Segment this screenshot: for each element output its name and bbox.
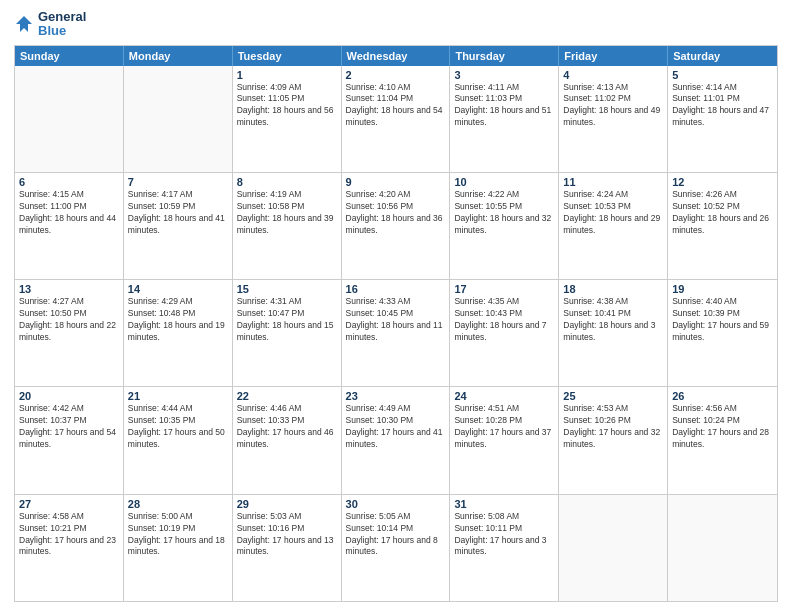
day-number: 29 (237, 498, 337, 510)
day-number: 2 (346, 69, 446, 81)
day-number: 16 (346, 283, 446, 295)
calendar-cell: 11Sunrise: 4:24 AM Sunset: 10:53 PM Dayl… (559, 173, 668, 279)
calendar-body: 1Sunrise: 4:09 AM Sunset: 11:05 PM Dayli… (15, 66, 777, 601)
calendar-cell: 6Sunrise: 4:15 AM Sunset: 11:00 PM Dayli… (15, 173, 124, 279)
day-number: 4 (563, 69, 663, 81)
calendar-cell: 17Sunrise: 4:35 AM Sunset: 10:43 PM Dayl… (450, 280, 559, 386)
logo-name-blue: Blue (38, 24, 86, 38)
day-number: 24 (454, 390, 554, 402)
calendar-cell: 9Sunrise: 4:20 AM Sunset: 10:56 PM Dayli… (342, 173, 451, 279)
day-info: Sunrise: 4:38 AM Sunset: 10:41 PM Daylig… (563, 296, 663, 344)
calendar-cell (559, 495, 668, 601)
day-number: 27 (19, 498, 119, 510)
page: General Blue SundayMondayTuesdayWednesda… (0, 0, 792, 612)
weekday-header-saturday: Saturday (668, 46, 777, 66)
calendar-week-3: 13Sunrise: 4:27 AM Sunset: 10:50 PM Dayl… (15, 279, 777, 386)
logo-name-general: General (38, 10, 86, 24)
calendar-cell: 10Sunrise: 4:22 AM Sunset: 10:55 PM Dayl… (450, 173, 559, 279)
day-info: Sunrise: 4:22 AM Sunset: 10:55 PM Daylig… (454, 189, 554, 237)
day-info: Sunrise: 4:42 AM Sunset: 10:37 PM Daylig… (19, 403, 119, 451)
calendar-cell: 12Sunrise: 4:26 AM Sunset: 10:52 PM Dayl… (668, 173, 777, 279)
day-number: 18 (563, 283, 663, 295)
calendar-cell: 4Sunrise: 4:13 AM Sunset: 11:02 PM Dayli… (559, 66, 668, 172)
calendar-cell: 14Sunrise: 4:29 AM Sunset: 10:48 PM Dayl… (124, 280, 233, 386)
weekday-header-thursday: Thursday (450, 46, 559, 66)
calendar-cell: 24Sunrise: 4:51 AM Sunset: 10:28 PM Dayl… (450, 387, 559, 493)
day-number: 20 (19, 390, 119, 402)
day-number: 17 (454, 283, 554, 295)
calendar-cell: 1Sunrise: 4:09 AM Sunset: 11:05 PM Dayli… (233, 66, 342, 172)
calendar-cell (124, 66, 233, 172)
day-info: Sunrise: 4:19 AM Sunset: 10:58 PM Daylig… (237, 189, 337, 237)
calendar-cell (668, 495, 777, 601)
calendar-cell: 23Sunrise: 4:49 AM Sunset: 10:30 PM Dayl… (342, 387, 451, 493)
calendar-week-4: 20Sunrise: 4:42 AM Sunset: 10:37 PM Dayl… (15, 386, 777, 493)
calendar-cell (15, 66, 124, 172)
calendar-cell: 30Sunrise: 5:05 AM Sunset: 10:14 PM Dayl… (342, 495, 451, 601)
day-info: Sunrise: 4:15 AM Sunset: 11:00 PM Daylig… (19, 189, 119, 237)
calendar-cell: 7Sunrise: 4:17 AM Sunset: 10:59 PM Dayli… (124, 173, 233, 279)
calendar-cell: 31Sunrise: 5:08 AM Sunset: 10:11 PM Dayl… (450, 495, 559, 601)
day-info: Sunrise: 4:20 AM Sunset: 10:56 PM Daylig… (346, 189, 446, 237)
day-number: 3 (454, 69, 554, 81)
day-number: 5 (672, 69, 773, 81)
day-info: Sunrise: 4:40 AM Sunset: 10:39 PM Daylig… (672, 296, 773, 344)
calendar-header: SundayMondayTuesdayWednesdayThursdayFrid… (15, 46, 777, 66)
logo-bird-icon (14, 14, 34, 34)
svg-marker-0 (16, 16, 32, 32)
day-number: 8 (237, 176, 337, 188)
day-number: 21 (128, 390, 228, 402)
day-info: Sunrise: 5:00 AM Sunset: 10:19 PM Daylig… (128, 511, 228, 559)
day-number: 12 (672, 176, 773, 188)
day-number: 15 (237, 283, 337, 295)
day-number: 25 (563, 390, 663, 402)
weekday-header-monday: Monday (124, 46, 233, 66)
calendar-cell: 18Sunrise: 4:38 AM Sunset: 10:41 PM Dayl… (559, 280, 668, 386)
day-info: Sunrise: 4:46 AM Sunset: 10:33 PM Daylig… (237, 403, 337, 451)
day-info: Sunrise: 4:10 AM Sunset: 11:04 PM Daylig… (346, 82, 446, 130)
day-info: Sunrise: 5:05 AM Sunset: 10:14 PM Daylig… (346, 511, 446, 559)
day-info: Sunrise: 4:51 AM Sunset: 10:28 PM Daylig… (454, 403, 554, 451)
weekday-header-sunday: Sunday (15, 46, 124, 66)
day-info: Sunrise: 4:17 AM Sunset: 10:59 PM Daylig… (128, 189, 228, 237)
day-info: Sunrise: 4:14 AM Sunset: 11:01 PM Daylig… (672, 82, 773, 130)
day-info: Sunrise: 4:09 AM Sunset: 11:05 PM Daylig… (237, 82, 337, 130)
day-info: Sunrise: 4:13 AM Sunset: 11:02 PM Daylig… (563, 82, 663, 130)
day-number: 10 (454, 176, 554, 188)
weekday-header-friday: Friday (559, 46, 668, 66)
day-number: 30 (346, 498, 446, 510)
calendar-cell: 19Sunrise: 4:40 AM Sunset: 10:39 PM Dayl… (668, 280, 777, 386)
calendar-cell: 13Sunrise: 4:27 AM Sunset: 10:50 PM Dayl… (15, 280, 124, 386)
calendar-cell: 22Sunrise: 4:46 AM Sunset: 10:33 PM Dayl… (233, 387, 342, 493)
day-info: Sunrise: 5:03 AM Sunset: 10:16 PM Daylig… (237, 511, 337, 559)
day-info: Sunrise: 4:49 AM Sunset: 10:30 PM Daylig… (346, 403, 446, 451)
calendar-week-1: 1Sunrise: 4:09 AM Sunset: 11:05 PM Dayli… (15, 66, 777, 172)
day-info: Sunrise: 4:56 AM Sunset: 10:24 PM Daylig… (672, 403, 773, 451)
day-info: Sunrise: 4:26 AM Sunset: 10:52 PM Daylig… (672, 189, 773, 237)
calendar-cell: 15Sunrise: 4:31 AM Sunset: 10:47 PM Dayl… (233, 280, 342, 386)
day-info: Sunrise: 4:11 AM Sunset: 11:03 PM Daylig… (454, 82, 554, 130)
day-number: 6 (19, 176, 119, 188)
header: General Blue (14, 10, 778, 39)
calendar-cell: 21Sunrise: 4:44 AM Sunset: 10:35 PM Dayl… (124, 387, 233, 493)
calendar: SundayMondayTuesdayWednesdayThursdayFrid… (14, 45, 778, 602)
day-number: 9 (346, 176, 446, 188)
day-info: Sunrise: 4:33 AM Sunset: 10:45 PM Daylig… (346, 296, 446, 344)
day-number: 26 (672, 390, 773, 402)
day-info: Sunrise: 5:08 AM Sunset: 10:11 PM Daylig… (454, 511, 554, 559)
day-number: 1 (237, 69, 337, 81)
calendar-cell: 25Sunrise: 4:53 AM Sunset: 10:26 PM Dayl… (559, 387, 668, 493)
calendar-cell: 16Sunrise: 4:33 AM Sunset: 10:45 PM Dayl… (342, 280, 451, 386)
day-number: 7 (128, 176, 228, 188)
day-number: 11 (563, 176, 663, 188)
day-info: Sunrise: 4:31 AM Sunset: 10:47 PM Daylig… (237, 296, 337, 344)
weekday-header-wednesday: Wednesday (342, 46, 451, 66)
calendar-cell: 5Sunrise: 4:14 AM Sunset: 11:01 PM Dayli… (668, 66, 777, 172)
calendar-cell: 29Sunrise: 5:03 AM Sunset: 10:16 PM Dayl… (233, 495, 342, 601)
calendar-cell: 3Sunrise: 4:11 AM Sunset: 11:03 PM Dayli… (450, 66, 559, 172)
day-info: Sunrise: 4:53 AM Sunset: 10:26 PM Daylig… (563, 403, 663, 451)
calendar-cell: 27Sunrise: 4:58 AM Sunset: 10:21 PM Dayl… (15, 495, 124, 601)
day-number: 31 (454, 498, 554, 510)
day-number: 13 (19, 283, 119, 295)
day-number: 14 (128, 283, 228, 295)
